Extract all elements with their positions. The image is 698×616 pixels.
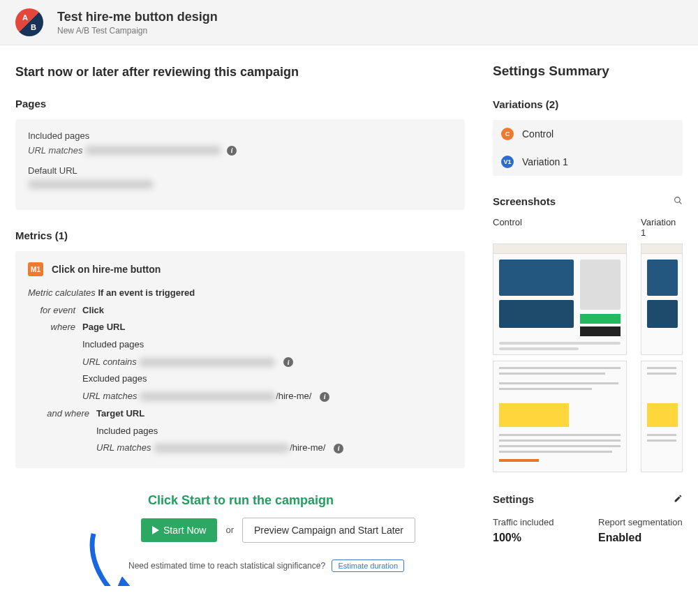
screenshot-label-variation: Variation 1 (641, 217, 683, 238)
included-pages-sub: Included pages (82, 336, 452, 354)
info-icon[interactable]: i (227, 146, 237, 156)
start-now-button[interactable]: Start Now (141, 518, 217, 542)
variation-item-v1[interactable]: V1 Variation 1 (493, 148, 683, 176)
redacted-url (154, 444, 290, 453)
info-icon[interactable]: i (283, 357, 293, 367)
url-matches-label: URL matches (82, 391, 138, 401)
url-matches-label: URL matches (28, 145, 83, 156)
campaign-title: Test hire-me button design (57, 10, 218, 24)
estimate-duration-button[interactable]: Estimate duration (332, 559, 404, 572)
variations-list: C Control V1 Variation 1 (493, 120, 683, 176)
report-label: Report segmentation (598, 516, 683, 529)
for-event-label: for event (28, 302, 82, 320)
info-icon[interactable]: i (320, 392, 329, 402)
screenshot-control-upper[interactable] (493, 243, 627, 355)
url-contains-label: URL contains (82, 356, 137, 367)
hire-me-suffix: /hire-me/ (276, 391, 311, 401)
variation-label: Variation 1 (522, 156, 568, 167)
search-icon[interactable] (674, 196, 683, 207)
settings-summary-title: Settings Summary (493, 63, 683, 79)
control-badge-icon: C (501, 128, 514, 140)
screenshot-label-control: Control (493, 217, 627, 238)
variation-item-control[interactable]: C Control (493, 120, 683, 148)
hire-me-suffix: /hire-me/ (290, 442, 325, 453)
target-url-label: Target URL (96, 405, 452, 423)
screenshots-title: Screenshots (493, 195, 556, 207)
metric-calc-value: If an event is triggered (98, 287, 195, 298)
page-header: Test hire-me button design New A/B Test … (0, 0, 698, 45)
ab-logo-icon (15, 8, 43, 36)
for-event-value: Click (82, 302, 452, 320)
report-value: Enabled (598, 532, 683, 544)
pages-title: Pages (15, 98, 465, 110)
where-label: where (28, 319, 82, 405)
redacted-url (139, 358, 275, 367)
url-matches-label: URL matches (96, 442, 151, 453)
included-pages-sub: Included pages (96, 423, 452, 440)
and-where-label: and where (28, 405, 96, 457)
or-separator: or (225, 525, 234, 535)
screenshot-control-lower[interactable] (493, 361, 627, 472)
annotation-text: Click Start to run the campaign (148, 493, 465, 508)
page-url-label: Page URL (82, 319, 452, 336)
traffic-value: 100% (493, 532, 577, 544)
redacted-url (85, 146, 221, 155)
excluded-pages-sub: Excluded pages (82, 370, 452, 388)
lead-heading: Start now or later after reviewing this … (15, 65, 465, 80)
screenshot-variation-upper[interactable] (641, 243, 683, 355)
preview-later-button[interactable]: Preview Campaign and Start Later (242, 518, 415, 543)
svg-line-1 (679, 202, 681, 204)
screenshot-variation-lower[interactable] (641, 361, 683, 472)
play-icon (152, 526, 159, 534)
default-url-label: Default URL (28, 165, 452, 176)
metrics-card: M1 Click on hire-me button Metric calcul… (15, 251, 465, 468)
estimate-prompt: Need estimated time to reach statistical… (128, 561, 325, 571)
included-pages-label: Included pages (28, 130, 452, 141)
settings-title: Settings (493, 493, 534, 505)
variation-label: Control (522, 128, 554, 140)
variations-title: Variations (2) (493, 98, 683, 110)
metrics-title: Metrics (1) (15, 230, 465, 241)
info-icon[interactable]: i (334, 444, 343, 453)
metric-calc-prefix: Metric calculates (28, 287, 96, 298)
variation-badge-icon: V1 (501, 156, 514, 168)
redacted-url (28, 180, 154, 189)
redacted-url (140, 392, 276, 401)
edit-icon[interactable] (674, 494, 683, 505)
svg-point-0 (675, 197, 681, 202)
metric-name: Click on hire-me button (52, 264, 161, 275)
traffic-label: Traffic included (493, 516, 577, 529)
campaign-subtitle: New A/B Test Campaign (57, 26, 218, 36)
metric-badge: M1 (28, 262, 43, 276)
pages-card: Included pages URL matches i Default URL (15, 119, 465, 210)
